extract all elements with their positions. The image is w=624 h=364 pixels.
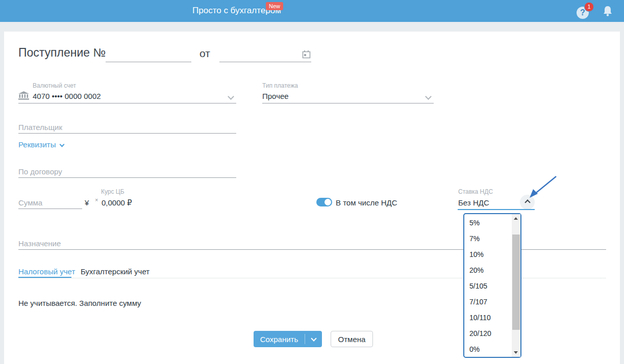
vat-option[interactable]: 20% xyxy=(464,263,511,278)
tab-bookkeeping[interactable]: Бухгалтерский учет xyxy=(81,267,149,276)
vat-option[interactable]: 20/120 xyxy=(464,326,511,342)
new-badge: New xyxy=(266,2,283,10)
cb-rate-value: 0,0000 ₽ xyxy=(102,198,132,207)
page: Просто с бухгалтером New ? 1 Поступление… xyxy=(0,0,624,364)
bell-icon[interactable] xyxy=(602,5,613,17)
app-header: Просто с бухгалтером New ? 1 xyxy=(0,0,624,22)
vat-rate-value: Без НДС xyxy=(458,198,489,207)
doc-date-input[interactable] xyxy=(219,62,311,62)
scroll-down-icon[interactable] xyxy=(514,351,518,354)
payer-placeholder: Плательщик xyxy=(18,123,62,132)
vat-option[interactable]: 0% xyxy=(464,342,511,357)
vat-option[interactable]: 5/105 xyxy=(464,278,511,294)
save-button[interactable]: Сохранить xyxy=(254,331,322,347)
contract-placeholder: По договору xyxy=(18,167,62,176)
payment-type-label: Тип платежа xyxy=(262,82,298,89)
vat-option[interactable]: 7% xyxy=(464,231,511,247)
purpose-placeholder: Назначение xyxy=(18,239,61,248)
vat-rate-label: Ставка НДС xyxy=(458,188,493,195)
dropdown-scrollbar[interactable] xyxy=(512,214,520,357)
notification-count-badge: 1 xyxy=(584,2,594,12)
requisites-link-label: Реквизиты xyxy=(18,140,56,149)
tab-content-message: Не учитывается. Заполните сумму xyxy=(18,299,141,307)
account-label: Валютный счет xyxy=(33,82,76,89)
vat-rate-select[interactable] xyxy=(458,209,535,210)
vat-option[interactable]: 10% xyxy=(464,247,511,263)
cancel-button[interactable]: Отмена xyxy=(331,331,373,347)
vat-option[interactable]: 10/110 xyxy=(464,310,511,326)
account-select[interactable] xyxy=(18,103,236,103)
bank-icon xyxy=(18,91,29,100)
vat-rate-dropdown: 5%7%10%20%5/1057/10710/11020/1200% xyxy=(463,213,521,358)
multiply-symbol: × xyxy=(95,197,98,203)
pointer-arrow-annotation xyxy=(526,173,559,200)
save-button-label: Сохранить xyxy=(254,335,305,344)
doc-number-input[interactable] xyxy=(106,62,191,62)
calendar-icon[interactable] xyxy=(302,50,311,59)
cancel-button-label: Отмена xyxy=(338,335,366,344)
chevron-up-icon xyxy=(525,199,530,205)
payer-input[interactable] xyxy=(18,133,236,134)
scrollbar-thumb[interactable] xyxy=(512,235,520,330)
vat-toggle[interactable] xyxy=(316,198,332,206)
amount-placeholder: Сумма xyxy=(18,198,42,207)
page-title: Поступление № xyxy=(18,46,106,60)
save-options-button[interactable] xyxy=(305,336,322,342)
currency-symbol: ¥ xyxy=(85,198,89,207)
account-value: 4070 •••• 0000 0002 xyxy=(33,92,101,100)
cb-rate-label: Курс ЦБ xyxy=(101,188,124,195)
chevron-down-icon xyxy=(311,335,316,341)
contract-input[interactable] xyxy=(18,177,236,178)
requisites-link[interactable]: Реквизиты xyxy=(18,140,64,149)
tab-tax-accounting[interactable]: Налоговый учет xyxy=(18,267,75,276)
payment-type-select[interactable] xyxy=(262,103,434,103)
amount-input[interactable] xyxy=(18,209,82,209)
vat-option[interactable]: 5% xyxy=(464,215,511,231)
from-label: от xyxy=(199,47,210,60)
vat-option[interactable]: 7/107 xyxy=(464,294,511,310)
requisites-chevron-down-icon xyxy=(59,142,64,147)
help-button[interactable]: ? 1 xyxy=(577,4,594,19)
vat-toggle-label: В том числе НДС xyxy=(336,198,397,207)
scroll-up-icon[interactable] xyxy=(514,217,518,220)
vat-option-list: 5%7%10%20%5/1057/10710/11020/1200% xyxy=(464,215,511,357)
payment-type-value: Прочее xyxy=(262,92,289,100)
vat-toggle-knob xyxy=(325,199,331,205)
